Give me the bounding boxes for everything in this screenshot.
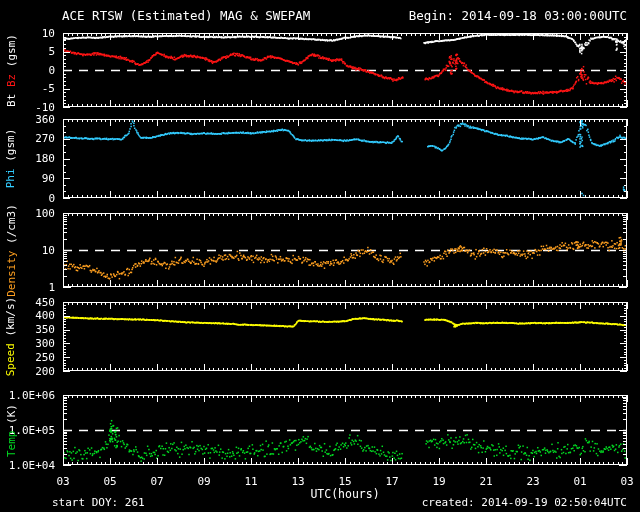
begin-timestamp: Begin: 2014-09-18 03:00:00UTC: [409, 8, 627, 23]
y-axis-label-text: Phi (gsm): [5, 129, 18, 189]
x-tick-label: 23: [520, 475, 546, 488]
x-tick-label: 19: [426, 475, 452, 488]
created-timestamp: created: 2014-09-19 02:50:04UTC: [422, 496, 627, 509]
x-tick-label: 15: [332, 475, 358, 488]
y-axis-label-part: Bz: [5, 67, 18, 87]
y-axis-label: Phi (gsm): [2, 119, 20, 198]
y-axis-label-part: (km/s): [5, 297, 18, 337]
y-axis-label-part: (gsm): [5, 34, 18, 67]
y-axis-label-text: Speed (km/s): [5, 297, 18, 377]
y-axis-label: Density (/cm3): [2, 213, 20, 287]
x-tick-label: 03: [50, 475, 76, 488]
y-axis-label-part: Speed: [5, 337, 18, 377]
x-tick-label: 17: [379, 475, 405, 488]
y-axis-label-part: (gsm): [5, 129, 18, 162]
x-tick-label: 11: [238, 475, 264, 488]
y-axis-label-part: (/cm3): [5, 204, 18, 244]
y-axis-label-part: Bt: [5, 87, 18, 107]
y-axis-label-part: Temp: [5, 423, 18, 456]
ace-rtsw-plot: ACE RTSW (Estimated) MAG & SWEPAM Begin:…: [0, 0, 640, 512]
x-tick-label: 13: [285, 475, 311, 488]
x-axis-label: UTC(hours): [295, 487, 395, 501]
y-axis-label-text: Density (/cm3): [5, 204, 18, 297]
x-tick-label: 01: [567, 475, 593, 488]
x-tick-label: 07: [144, 475, 170, 488]
x-tick-label: 05: [97, 475, 123, 488]
y-axis-label-text: Temp (K): [5, 404, 18, 457]
x-tick-label: 03: [614, 475, 640, 488]
y-axis-label: Speed (km/s): [2, 302, 20, 371]
y-axis-label-text: Bt Bz (gsm): [5, 34, 18, 107]
y-axis-label-part: Density: [5, 243, 18, 296]
x-tick-label: 09: [191, 475, 217, 488]
y-axis-label: Bt Bz (gsm): [2, 33, 20, 107]
plot-canvas: [0, 0, 640, 512]
y-axis-label-part: Phi: [5, 162, 18, 189]
y-axis-label: Temp (K): [2, 395, 20, 465]
y-axis-label-part: (K): [5, 404, 18, 424]
page-title: ACE RTSW (Estimated) MAG & SWEPAM: [62, 8, 310, 23]
x-tick-label: 21: [473, 475, 499, 488]
start-doy-label: start DOY: 261: [52, 496, 145, 509]
